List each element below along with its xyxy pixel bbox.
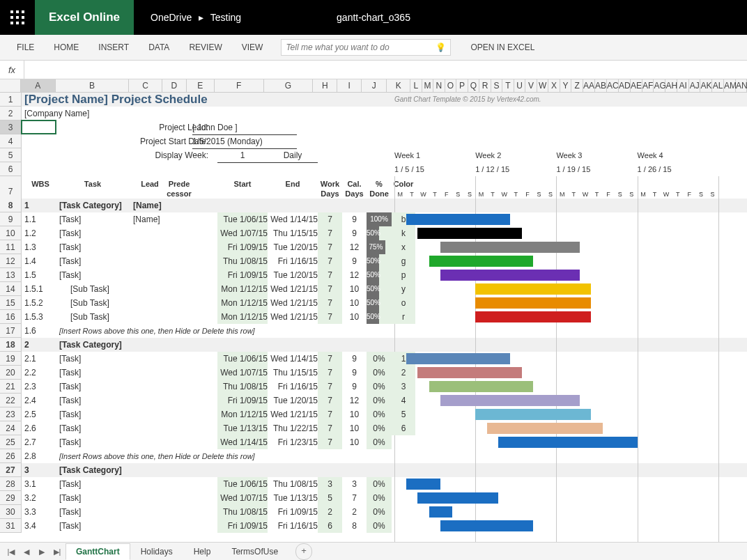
- tab-nav-last[interactable]: ▶|: [50, 547, 64, 557]
- column-headers[interactable]: ABCDEFGHIJKLMNOPQRSTUVWXYZAAABACADAEAFAG…: [0, 79, 747, 93]
- column-header-AE[interactable]: AE: [631, 79, 642, 92]
- column-header-AI[interactable]: AI: [677, 79, 689, 92]
- column-header-AC[interactable]: AC: [607, 79, 619, 92]
- row-header[interactable]: 24: [0, 421, 22, 435]
- column-header-V[interactable]: V: [525, 79, 537, 92]
- row-cells[interactable]: 1.6[Insert Rows above this one, then Hid…: [22, 324, 747, 338]
- row-cells[interactable]: 2.4[Task]Fri 1/09/15Tue 1/20/157120%4: [22, 394, 747, 407]
- row-header[interactable]: 12: [0, 254, 22, 268]
- row-header[interactable]: 11: [0, 240, 22, 254]
- row-cells[interactable]: 1.5.3[Sub Task]Mon 1/12/15Wed 1/21/15710…: [22, 310, 747, 324]
- row-header[interactable]: 22: [0, 394, 22, 407]
- open-in-excel-link[interactable]: OPEN IN EXCEL: [470, 42, 534, 52]
- column-header-R[interactable]: R: [479, 79, 491, 92]
- row-cells[interactable]: [Company Name]: [22, 107, 747, 120]
- row-header[interactable]: 7: [0, 176, 22, 199]
- column-header-AH[interactable]: AH: [665, 79, 677, 92]
- row-cells[interactable]: 1 / 5 / 151 / 12 / 151 / 19 / 151 / 26 /…: [22, 162, 747, 176]
- row-header[interactable]: 5: [0, 148, 22, 162]
- sheet-tab-help[interactable]: Help: [183, 543, 222, 560]
- row-header[interactable]: 25: [0, 435, 22, 449]
- column-header-G[interactable]: G: [264, 79, 314, 92]
- column-header-H[interactable]: H: [313, 79, 337, 92]
- row-cells[interactable]: 2.2[Task]Wed 1/07/15Thu 1/15/15790%2: [22, 366, 747, 380]
- row-cells[interactable]: 3.1[Task]Tue 1/06/15Thu 1/08/15330%: [22, 477, 747, 491]
- breadcrumb-onedrive[interactable]: OneDrive: [151, 12, 192, 23]
- column-header-AD[interactable]: AD: [619, 79, 631, 92]
- column-header-AA[interactable]: AA: [583, 79, 595, 92]
- selected-cell[interactable]: [21, 120, 56, 134]
- row-header[interactable]: 19: [0, 352, 22, 366]
- row-cells[interactable]: 2.3[Task]Thu 1/08/15Fri 1/16/15790%3: [22, 380, 747, 394]
- breadcrumb-folder[interactable]: Testing: [210, 12, 241, 23]
- row-cells[interactable]: Project Lead:[ John Doe ]: [22, 120, 747, 134]
- row-cells[interactable]: [Project Name] Project ScheduleGantt Cha…: [22, 93, 747, 107]
- spreadsheet-area[interactable]: ABCDEFGHIJKLMNOPQRSTUVWXYZAAABACADAEAFAG…: [0, 79, 747, 542]
- row-header[interactable]: 18: [0, 338, 22, 352]
- select-all-corner[interactable]: [0, 79, 21, 92]
- row-cells[interactable]: 2.8[Insert Rows above this one, then Hid…: [22, 449, 747, 463]
- column-header-W[interactable]: W: [537, 79, 549, 92]
- row-cells[interactable]: WBSTaskLeadPredecessorStartEndWorkDaysCa…: [22, 176, 747, 199]
- column-header-E[interactable]: E: [187, 79, 215, 92]
- column-header-AB[interactable]: AB: [595, 79, 607, 92]
- column-header-AM[interactable]: AM: [724, 79, 736, 92]
- row-cells[interactable]: Display Week:1DailyWeek 1Week 2Week 3Wee…: [22, 148, 747, 162]
- ribbon-tab-home[interactable]: HOME: [44, 38, 88, 56]
- ribbon-tab-review[interactable]: REVIEW: [179, 38, 231, 56]
- row-header[interactable]: 10: [0, 226, 22, 240]
- column-header-Q[interactable]: Q: [468, 79, 480, 92]
- row-header[interactable]: 13: [0, 268, 22, 282]
- column-header-X[interactable]: X: [548, 79, 560, 92]
- row-header[interactable]: 26: [0, 449, 22, 463]
- app-launcher-icon[interactable]: [0, 0, 35, 35]
- column-header-T[interactable]: T: [502, 79, 514, 92]
- row-header[interactable]: 17: [0, 324, 22, 338]
- column-header-B[interactable]: B: [56, 79, 130, 92]
- row-cells[interactable]: 1.1[Task][Name]Tue 1/06/15Wed 1/14/15791…: [22, 212, 747, 226]
- ribbon-tab-data[interactable]: DATA: [139, 38, 179, 56]
- row-header[interactable]: 14: [0, 282, 22, 296]
- row-cells[interactable]: 2.7[Task]Wed 1/14/15Fri 1/23/157100%: [22, 435, 747, 449]
- column-header-AK[interactable]: AK: [700, 79, 712, 92]
- row-header[interactable]: 29: [0, 491, 22, 505]
- row-header[interactable]: 2: [0, 107, 22, 120]
- row-cells[interactable]: 3.4[Task]Fri 1/09/15Fri 1/16/15680%: [22, 519, 747, 533]
- column-header-U[interactable]: U: [514, 79, 526, 92]
- row-cells[interactable]: 1.3[Task]Fri 1/09/15Tue 1/20/1571275%x: [22, 240, 747, 254]
- ribbon-tab-view[interactable]: VIEW: [232, 38, 273, 56]
- column-header-I[interactable]: I: [337, 79, 362, 92]
- column-header-AJ[interactable]: AJ: [689, 79, 701, 92]
- tab-nav-first[interactable]: |◀: [4, 547, 18, 557]
- row-header[interactable]: 21: [0, 380, 22, 394]
- row-cells[interactable]: 1.4[Task]Thu 1/08/15Fri 1/16/157950%g: [22, 254, 747, 268]
- row-cells[interactable]: 1.5[Task]Fri 1/09/15Tue 1/20/1571250%p: [22, 268, 747, 282]
- tab-nav-prev[interactable]: ◀: [20, 547, 33, 557]
- row-header[interactable]: 6: [0, 162, 22, 176]
- row-cells[interactable]: 3.3[Task]Thu 1/08/15Fri 1/09/15220%: [22, 505, 747, 519]
- column-header-F[interactable]: F: [215, 79, 264, 92]
- column-header-O[interactable]: O: [445, 79, 457, 92]
- row-cells[interactable]: 2.6[Task]Tue 1/13/15Thu 1/22/157100%6: [22, 421, 747, 435]
- row-header[interactable]: 1: [0, 93, 22, 107]
- formula-input[interactable]: [24, 61, 747, 79]
- row-cells[interactable]: 1.5.2[Sub Task]Mon 1/12/15Wed 1/21/15710…: [22, 296, 747, 310]
- row-cells[interactable]: 3.2[Task]Wed 1/07/15Tue 1/13/15570%: [22, 491, 747, 505]
- row-header[interactable]: 30: [0, 505, 22, 519]
- column-header-P[interactable]: P: [456, 79, 468, 92]
- row-header[interactable]: 3: [0, 120, 22, 134]
- column-header-D[interactable]: D: [162, 79, 187, 92]
- sheet-tab-holidays[interactable]: Holidays: [130, 543, 183, 560]
- row-cells[interactable]: 2.5[Task]Mon 1/12/15Wed 1/21/157100%5: [22, 407, 747, 421]
- column-header-AL[interactable]: AL: [712, 79, 724, 92]
- row-cells[interactable]: 1[Task Category][Name]: [22, 199, 747, 212]
- add-sheet-button[interactable]: +: [295, 543, 312, 560]
- grid[interactable]: 1[Project Name] Project ScheduleGantt Ch…: [0, 93, 747, 533]
- row-cells[interactable]: 1.2[Task]Wed 1/07/15Thu 1/15/157950%k: [22, 226, 747, 240]
- document-title[interactable]: gantt-chart_o365: [337, 12, 410, 23]
- row-header[interactable]: 16: [0, 310, 22, 324]
- sheet-tab-termsofuse[interactable]: TermsOfUse: [221, 543, 288, 560]
- row-header[interactable]: 23: [0, 407, 22, 421]
- row-cells[interactable]: 3[Task Category]: [22, 463, 747, 477]
- column-header-M[interactable]: M: [422, 79, 434, 92]
